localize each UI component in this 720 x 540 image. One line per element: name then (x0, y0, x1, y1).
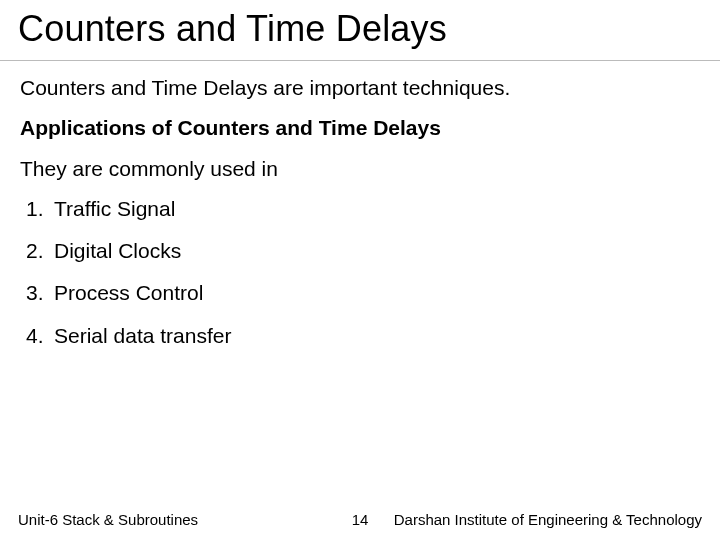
slide-body: Counters and Time Delays are important t… (0, 61, 720, 349)
intro-text: Counters and Time Delays are important t… (20, 75, 700, 101)
list-item: Serial data transfer (26, 323, 700, 349)
slide-title: Counters and Time Delays (0, 0, 720, 61)
slide-footer: Unit-6 Stack & Subroutines 14 Darshan In… (0, 506, 720, 532)
list-item: Process Control (26, 280, 700, 306)
footer-left: Unit-6 Stack & Subroutines (18, 511, 198, 528)
applications-list: Traffic Signal Digital Clocks Process Co… (20, 196, 700, 349)
list-item: Traffic Signal (26, 196, 700, 222)
footer-page-number: 14 (352, 511, 369, 528)
slide: Counters and Time Delays Counters and Ti… (0, 0, 720, 540)
list-item: Digital Clocks (26, 238, 700, 264)
commonly-used-text: They are commonly used in (20, 156, 700, 182)
applications-heading: Applications of Counters and Time Delays (20, 115, 700, 141)
footer-right: Darshan Institute of Engineering & Techn… (394, 511, 702, 528)
